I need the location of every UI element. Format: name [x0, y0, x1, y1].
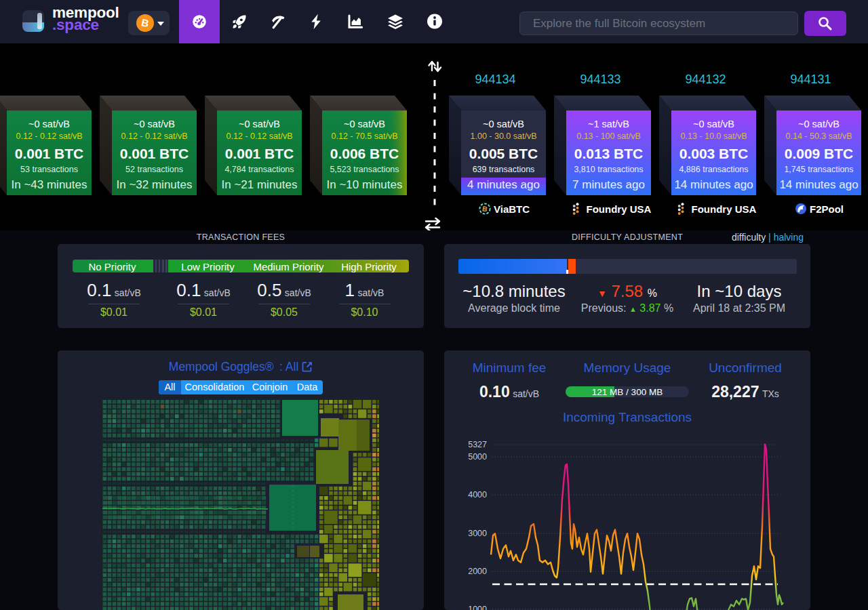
- svg-text:1000: 1000: [468, 605, 487, 610]
- svg-text:0.13 - 100 sat/vB: 0.13 - 100 sat/vB: [576, 131, 641, 141]
- svg-text:4000: 4000: [468, 490, 487, 500]
- svg-text:14 minutes ago: 14 minutes ago: [779, 178, 858, 191]
- svg-text:3,810 transactions: 3,810 transactions: [574, 165, 643, 174]
- svg-text:Foundry USA: Foundry USA: [587, 203, 652, 215]
- svg-text:In ~32 minutes: In ~32 minutes: [117, 178, 193, 191]
- svg-text:~0 sat/vB: ~0 sat/vB: [344, 119, 385, 129]
- svg-text:7 minutes ago: 7 minutes ago: [572, 178, 645, 191]
- svg-text:14 minutes ago: 14 minutes ago: [674, 178, 753, 191]
- svg-text:0.013 BTC: 0.013 BTC: [574, 146, 644, 161]
- svg-text:0.12 - 0.12 sat/vB: 0.12 - 0.12 sat/vB: [121, 131, 188, 141]
- svg-text:ViaBTC: ViaBTC: [494, 203, 530, 215]
- svg-text:~1 sat/vB: ~1 sat/vB: [588, 119, 629, 129]
- svg-text:1,745 transactions: 1,745 transactions: [784, 165, 853, 174]
- svg-text:4 minutes ago: 4 minutes ago: [467, 178, 540, 191]
- svg-text:B: B: [481, 204, 488, 213]
- svg-text:0.13 - 10.0 sat/vB: 0.13 - 10.0 sat/vB: [681, 131, 747, 141]
- svg-text:944132: 944132: [685, 73, 726, 86]
- svg-text:5327: 5327: [468, 440, 487, 449]
- svg-text:0.001 BTC: 0.001 BTC: [15, 146, 84, 161]
- svg-text:0.12 - 0.12 sat/vB: 0.12 - 0.12 sat/vB: [226, 131, 293, 141]
- svg-text:0.005 BTC: 0.005 BTC: [469, 146, 538, 161]
- svg-text:52 transactions: 52 transactions: [125, 165, 183, 174]
- svg-text:944133: 944133: [580, 73, 620, 86]
- svg-text:5000: 5000: [468, 452, 487, 462]
- svg-text:4,886 transactions: 4,886 transactions: [679, 165, 748, 174]
- svg-text:2000: 2000: [468, 567, 487, 576]
- svg-text:~0 sat/vB: ~0 sat/vB: [483, 119, 524, 129]
- svg-text:3000: 3000: [468, 529, 487, 538]
- svg-text:53 transactions: 53 transactions: [20, 165, 78, 174]
- svg-text:~0 sat/vB: ~0 sat/vB: [798, 119, 840, 129]
- svg-text:944134: 944134: [475, 73, 515, 86]
- svg-text:0.14 - 50.3 sat/vB: 0.14 - 50.3 sat/vB: [786, 131, 852, 141]
- svg-text:F2Pool: F2Pool: [810, 203, 844, 215]
- svg-text:~0 sat/vB: ~0 sat/vB: [28, 119, 70, 129]
- svg-text:0.001 BTC: 0.001 BTC: [225, 146, 294, 161]
- svg-text:639 transactions: 639 transactions: [473, 165, 535, 174]
- svg-text:4,784 transactions: 4,784 transactions: [224, 165, 294, 174]
- svg-text:944131: 944131: [790, 73, 831, 86]
- svg-text:Foundry USA: Foundry USA: [692, 203, 757, 215]
- svg-text:In ~21 minutes: In ~21 minutes: [222, 178, 298, 191]
- svg-text:~0 sat/vB: ~0 sat/vB: [693, 119, 734, 129]
- svg-text:In ~43 minutes: In ~43 minutes: [12, 178, 87, 191]
- svg-text:0.003 BTC: 0.003 BTC: [679, 146, 749, 161]
- svg-text:0.12 - 0.12 sat/vB: 0.12 - 0.12 sat/vB: [16, 131, 83, 141]
- svg-text:In ~10 minutes: In ~10 minutes: [327, 178, 403, 191]
- svg-text:~0 sat/vB: ~0 sat/vB: [239, 119, 280, 129]
- svg-text:5,523 transactions: 5,523 transactions: [330, 165, 399, 174]
- svg-text:~0 sat/vB: ~0 sat/vB: [134, 119, 175, 129]
- svg-text:0.12 - 70.5 sat/vB: 0.12 - 70.5 sat/vB: [332, 131, 398, 141]
- svg-text:0.006 BTC: 0.006 BTC: [330, 146, 399, 161]
- svg-text:0.009 BTC: 0.009 BTC: [785, 146, 854, 161]
- svg-text:1.00 - 30.0 sat/vB: 1.00 - 30.0 sat/vB: [471, 131, 537, 141]
- svg-text:0.001 BTC: 0.001 BTC: [120, 146, 189, 161]
